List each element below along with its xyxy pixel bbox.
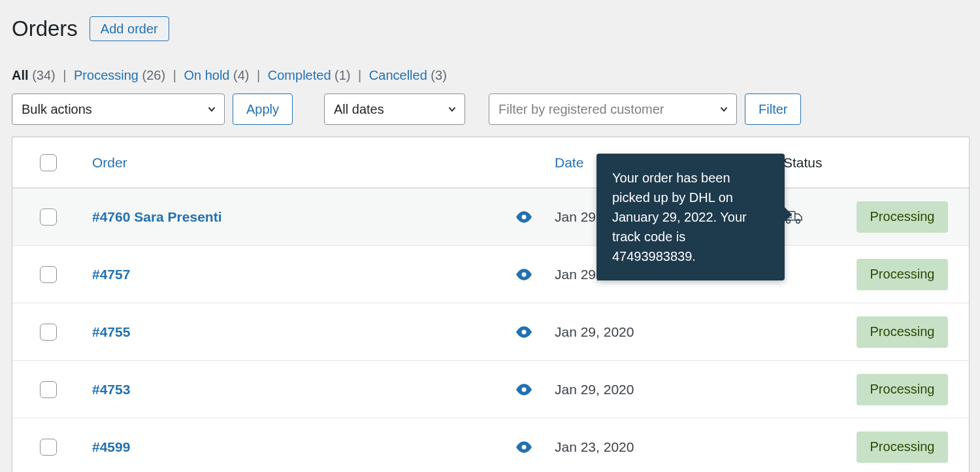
dates-select[interactable]: All dates xyxy=(324,93,465,125)
svg-point-7 xyxy=(522,272,527,277)
row-checkbox[interactable] xyxy=(40,266,57,283)
status-badge: Processing xyxy=(857,316,948,348)
order-link[interactable]: #4760 Sara Presenti xyxy=(92,209,221,224)
status-filter-count: (3) xyxy=(431,68,446,82)
table-row[interactable]: #4599Jan 23, 2020Processing xyxy=(12,418,969,472)
orders-table: Order Date Status #4760 Sara PresentiJan… xyxy=(12,137,970,472)
eye-icon[interactable] xyxy=(515,440,532,454)
order-link[interactable]: #4599 xyxy=(92,439,130,454)
select-all-checkbox[interactable] xyxy=(40,154,57,171)
status-badge: Processing xyxy=(857,374,948,405)
customer-filter-placeholder: Filter by registered customer xyxy=(489,102,690,117)
row-checkbox[interactable] xyxy=(40,324,57,341)
bulk-actions-label: Bulk actions xyxy=(12,102,118,117)
filter-button[interactable]: Filter xyxy=(745,93,801,125)
eye-icon[interactable] xyxy=(515,267,532,282)
eye-icon[interactable] xyxy=(515,325,532,339)
apply-button[interactable]: Apply xyxy=(233,93,293,125)
bulk-actions-select[interactable]: Bulk actions xyxy=(12,93,225,125)
row-checkbox[interactable] xyxy=(40,209,57,226)
status-filter-processing[interactable]: Processing (26) xyxy=(74,68,165,82)
status-filter-count: (34) xyxy=(32,68,56,82)
status-filter-count: (26) xyxy=(142,68,166,82)
status-filter-count: (4) xyxy=(233,68,249,82)
svg-point-0 xyxy=(522,214,527,219)
row-checkbox[interactable] xyxy=(40,439,57,456)
status-filter-all[interactable]: All (34) xyxy=(12,68,56,82)
table-row[interactable]: #4755Jan 29, 2020Processing xyxy=(12,303,969,361)
add-order-button[interactable]: Add order xyxy=(90,16,169,41)
chevron-down-icon xyxy=(446,103,458,115)
status-filter-on-hold[interactable]: On hold (4) xyxy=(184,68,249,82)
chevron-down-icon xyxy=(206,103,218,115)
order-link[interactable]: #4753 xyxy=(92,382,130,397)
col-status: Status xyxy=(783,155,966,171)
order-date: Jan 29, 2020 xyxy=(555,324,783,340)
shipping-tooltip: Your order has been picked up by DHL on … xyxy=(596,154,785,280)
chevron-down-icon xyxy=(718,103,730,115)
status-filter-completed[interactable]: Completed (1) xyxy=(268,68,351,82)
table-header-row: Order Date Status xyxy=(12,137,969,188)
customer-filter-select[interactable]: Filter by registered customer xyxy=(489,93,737,125)
status-filter-cancelled[interactable]: Cancelled (3) xyxy=(369,68,447,82)
order-date: Jan 29, 2020 xyxy=(555,382,783,397)
status-badge: Processing xyxy=(857,431,948,463)
order-link[interactable]: #4755 xyxy=(92,324,130,339)
table-row[interactable]: #4753Jan 29, 2020Processing xyxy=(12,361,969,418)
tooltip-text: Your order has been picked up by DHL on … xyxy=(612,171,747,263)
table-row[interactable]: #4757Jan 29, 2020Processing xyxy=(12,246,969,303)
table-row[interactable]: #4760 Sara PresentiJan 29, 2020Processin… xyxy=(12,188,969,246)
col-order[interactable]: Order xyxy=(84,155,483,171)
row-checkbox[interactable] xyxy=(40,381,57,398)
status-filter-bar: All (34) | Processing (26) | On hold (4)… xyxy=(12,68,968,83)
status-filter-count: (1) xyxy=(335,68,350,82)
svg-point-10 xyxy=(522,445,527,449)
status-badge: Processing xyxy=(857,259,948,290)
eye-icon[interactable] xyxy=(515,210,532,224)
order-link[interactable]: #4757 xyxy=(92,267,130,282)
svg-point-9 xyxy=(522,387,527,392)
page-title: Orders xyxy=(12,16,78,41)
toolbar: Bulk actions Apply All dates Filter by r… xyxy=(12,93,968,125)
svg-point-8 xyxy=(522,329,527,334)
eye-icon[interactable] xyxy=(515,382,532,397)
dates-label: All dates xyxy=(325,102,410,117)
status-badge: Processing xyxy=(857,201,948,233)
order-date: Jan 23, 2020 xyxy=(555,439,783,455)
